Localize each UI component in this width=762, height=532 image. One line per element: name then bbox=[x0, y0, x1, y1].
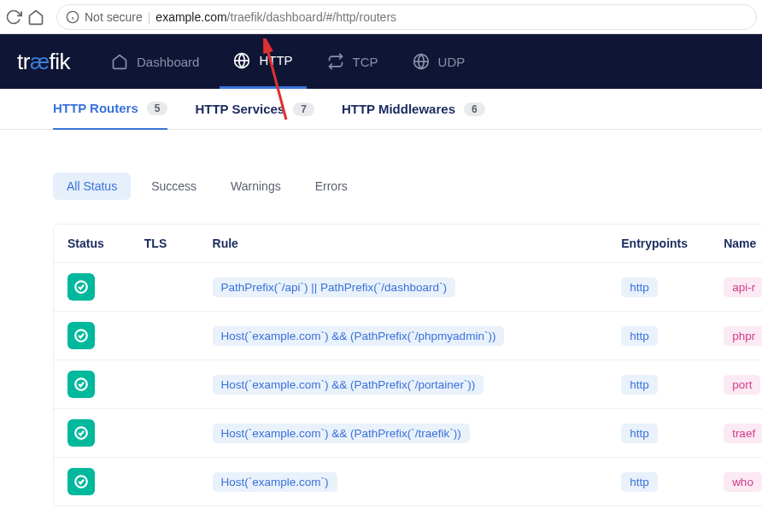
rule-pill: Host(`example.com`) && (PathPrefix(`/por… bbox=[213, 375, 484, 395]
table-header-row: Status TLS Rule Entrypoints Name bbox=[54, 225, 762, 263]
rule-pill: Host(`example.com`) && (PathPrefix(`/tra… bbox=[213, 424, 470, 443]
tab-http-routers[interactable]: HTTP Routers 5 bbox=[53, 89, 167, 130]
name-pill: who bbox=[724, 472, 762, 492]
name-pill: port bbox=[724, 375, 760, 395]
home-icon bbox=[111, 53, 128, 70]
address-bar[interactable]: Not secure | example.com/traefik/dashboa… bbox=[56, 4, 757, 30]
security-status: Not secure bbox=[85, 10, 143, 24]
globe-icon bbox=[233, 52, 250, 69]
nav-http[interactable]: HTTP bbox=[220, 34, 306, 89]
nav-dashboard[interactable]: Dashboard bbox=[97, 34, 213, 89]
filter-warnings[interactable]: Warnings bbox=[217, 172, 295, 200]
nav-label: UDP bbox=[438, 55, 466, 69]
url-separator: | bbox=[148, 10, 151, 24]
nav-tcp[interactable]: TCP bbox=[314, 34, 392, 89]
col-tls[interactable]: TLS bbox=[131, 225, 199, 263]
col-entrypoints[interactable]: Entrypoints bbox=[607, 225, 710, 263]
name-pill: api-r bbox=[724, 278, 762, 297]
col-rule[interactable]: Rule bbox=[199, 225, 608, 263]
table-row[interactable]: PathPrefix(`/api`) || PathPrefix(`/dashb… bbox=[54, 263, 762, 312]
count-badge: 7 bbox=[293, 102, 314, 116]
col-status[interactable]: Status bbox=[54, 225, 131, 263]
nav-label: HTTP bbox=[259, 53, 292, 67]
entrypoint-pill: http bbox=[621, 375, 658, 395]
rule-pill: Host(`example.com`) && (PathPrefix(`/php… bbox=[213, 326, 505, 346]
table-row[interactable]: Host(`example.com`) && (PathPrefix(`/tra… bbox=[54, 409, 762, 458]
traefik-logo: træfik bbox=[17, 49, 70, 75]
reload-icon[interactable] bbox=[5, 9, 22, 26]
filter-success[interactable]: Success bbox=[138, 172, 210, 200]
top-nav: træfik Dashboard HTTP TCP UDP bbox=[0, 34, 762, 89]
info-icon bbox=[66, 10, 79, 24]
home-icon[interactable] bbox=[27, 9, 44, 26]
status-success-icon bbox=[67, 322, 95, 349]
sub-tabs: HTTP Routers 5 HTTP Services 7 HTTP Midd… bbox=[0, 89, 762, 130]
status-filters: All Status Success Warnings Errors bbox=[53, 172, 709, 200]
status-success-icon bbox=[67, 468, 95, 495]
rule-pill: PathPrefix(`/api`) || PathPrefix(`/dashb… bbox=[213, 278, 455, 297]
status-success-icon bbox=[67, 371, 95, 398]
entrypoint-pill: http bbox=[621, 278, 658, 297]
status-success-icon bbox=[67, 419, 95, 447]
filter-errors[interactable]: Errors bbox=[302, 172, 361, 200]
count-badge: 5 bbox=[147, 102, 168, 115]
routers-table: Status TLS Rule Entrypoints Name PathPre… bbox=[53, 224, 762, 506]
nav-label: Dashboard bbox=[137, 55, 199, 69]
entrypoint-pill: http bbox=[621, 326, 658, 346]
name-pill: traef bbox=[724, 424, 762, 443]
entrypoint-pill: http bbox=[621, 424, 658, 443]
nav-udp[interactable]: UDP bbox=[399, 34, 479, 89]
nav-label: TCP bbox=[353, 55, 378, 69]
tab-http-middlewares[interactable]: HTTP Middlewares 6 bbox=[342, 89, 485, 130]
tab-http-services[interactable]: HTTP Services 7 bbox=[195, 89, 314, 130]
browser-toolbar: Not secure | example.com/traefik/dashboa… bbox=[0, 0, 762, 34]
tab-label: HTTP Routers bbox=[53, 101, 138, 115]
status-success-icon bbox=[67, 273, 95, 301]
table-row[interactable]: Host(`example.com`) && (PathPrefix(`/por… bbox=[54, 360, 762, 409]
entrypoint-pill: http bbox=[621, 472, 658, 492]
table-row[interactable]: Host(`example.com`) http who bbox=[54, 458, 762, 506]
count-badge: 6 bbox=[464, 102, 485, 116]
name-pill: phpr bbox=[724, 326, 762, 346]
repeat-icon bbox=[327, 53, 344, 70]
tab-label: HTTP Middlewares bbox=[342, 102, 455, 116]
globe-icon bbox=[413, 53, 430, 70]
filter-all-status[interactable]: All Status bbox=[53, 172, 131, 200]
rule-pill: Host(`example.com`) bbox=[213, 472, 337, 492]
main-content: All Status Success Warnings Errors Statu… bbox=[0, 130, 762, 523]
col-name[interactable]: Name bbox=[710, 225, 762, 263]
tab-label: HTTP Services bbox=[195, 102, 284, 116]
url-text: example.com/traefik/dashboard/#/http/rou… bbox=[155, 10, 396, 24]
table-row[interactable]: Host(`example.com`) && (PathPrefix(`/php… bbox=[54, 312, 762, 360]
